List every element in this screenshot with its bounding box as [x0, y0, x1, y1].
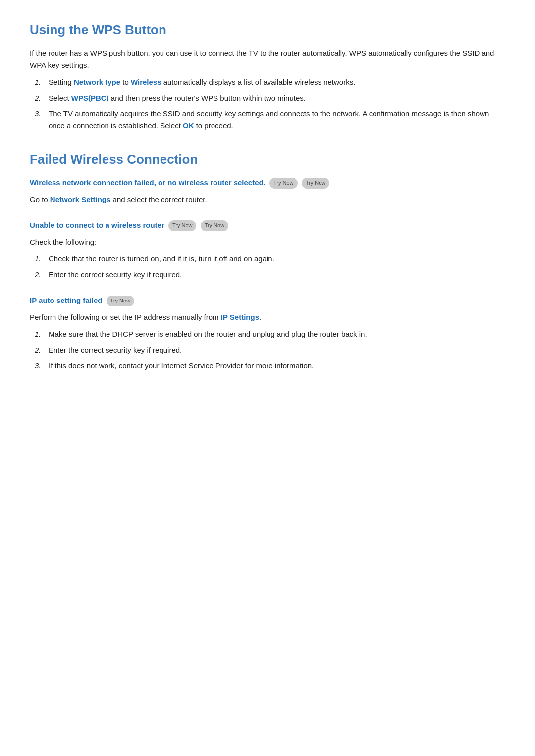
subsection-unable-connect: Unable to connect to a wireless router T… [30, 219, 505, 281]
network-settings-link[interactable]: Network Settings [50, 195, 111, 203]
no-router-heading: Wireless network connection failed, or n… [30, 177, 505, 189]
wps-steps-list: 1. Setting Network type to Wireless auto… [35, 76, 505, 132]
try-now-badge-2[interactable]: Try Now [302, 178, 330, 189]
failed-title: Failed Wireless Connection [30, 150, 505, 170]
unable-connect-step-1-text: Check that the router is turned on, and … [49, 253, 274, 265]
failed-section: Failed Wireless Connection Wireless netw… [30, 150, 505, 372]
ip-auto-heading-text: IP auto setting failed [30, 296, 102, 304]
unable-connect-heading-text: Unable to connect to a wireless router [30, 221, 164, 229]
unable-connect-step-1: 1. Check that the router is turned on, a… [35, 253, 505, 265]
unable-connect-intro: Check the following: [30, 236, 505, 248]
wps-step-2-num: 2. [35, 92, 49, 104]
wps-title: Using the WPS Button [30, 20, 505, 41]
wps-step-2-text: Select WPS(PBC) and then press the route… [49, 92, 306, 104]
ip-auto-step-3-text: If this does not work, contact your Inte… [49, 360, 314, 372]
ip-auto-step-3: 3. If this does not work, contact your I… [35, 360, 505, 372]
subsection-no-router: Wireless network connection failed, or n… [30, 177, 505, 205]
try-now-badge-3[interactable]: Try Now [168, 220, 197, 231]
ip-auto-step-1-text: Make sure that the DHCP server is enable… [49, 328, 367, 340]
unable-connect-step-1-num: 1. [35, 253, 49, 265]
wps-step-1-link1: Network type [74, 78, 120, 86]
no-router-heading-text: Wireless network connection failed, or n… [30, 178, 266, 187]
unable-connect-step-2: 2. Enter the correct security key if req… [35, 269, 505, 281]
unable-connect-step-2-text: Enter the correct security key if requir… [49, 269, 182, 281]
wps-step-2: 2. Select WPS(PBC) and then press the ro… [35, 92, 505, 104]
wps-step-1-text: Setting Network type to Wireless automat… [49, 76, 355, 88]
unable-connect-step-2-num: 2. [35, 269, 49, 281]
ip-auto-steps: 1. Make sure that the DHCP server is ena… [35, 328, 505, 372]
no-router-body: Go to Network Settings and select the co… [30, 194, 505, 205]
try-now-badge-5[interactable]: Try Now [107, 296, 135, 306]
ip-auto-step-1-num: 1. [35, 328, 49, 340]
unable-connect-heading: Unable to connect to a wireless router T… [30, 219, 505, 231]
ip-auto-step-2-num: 2. [35, 344, 49, 356]
ip-auto-body: Perform the following or set the IP addr… [30, 311, 505, 323]
try-now-badge-4[interactable]: Try Now [201, 220, 229, 231]
wps-section: Using the WPS Button If the router has a… [30, 20, 505, 132]
ip-auto-heading: IP auto setting failed Try Now [30, 295, 505, 306]
wps-step-3: 3. The TV automatically acquires the SSI… [35, 108, 505, 132]
try-now-badge-1[interactable]: Try Now [269, 178, 298, 189]
ip-auto-step-2-text: Enter the correct security key if requir… [49, 344, 182, 356]
wps-step-1: 1. Setting Network type to Wireless auto… [35, 76, 505, 88]
wps-step-3-num: 3. [35, 108, 49, 120]
wps-step-3-text: The TV automatically acquires the SSID a… [49, 108, 505, 132]
subsection-ip-auto-failed: IP auto setting failed Try Now Perform t… [30, 295, 505, 372]
wps-step-1-num: 1. [35, 76, 49, 88]
ip-settings-link[interactable]: IP Settings [221, 313, 259, 321]
wps-intro: If the router has a WPS push button, you… [30, 48, 505, 71]
wps-step-2-link1: WPS(PBC) [71, 94, 109, 102]
ip-auto-step-1: 1. Make sure that the DHCP server is ena… [35, 328, 505, 340]
ip-auto-step-2: 2. Enter the correct security key if req… [35, 344, 505, 356]
wps-step-1-link2: Wireless [131, 78, 161, 86]
ip-auto-step-3-num: 3. [35, 360, 49, 372]
unable-connect-steps: 1. Check that the router is turned on, a… [35, 253, 505, 281]
wps-step-3-link1: OK [183, 121, 194, 130]
